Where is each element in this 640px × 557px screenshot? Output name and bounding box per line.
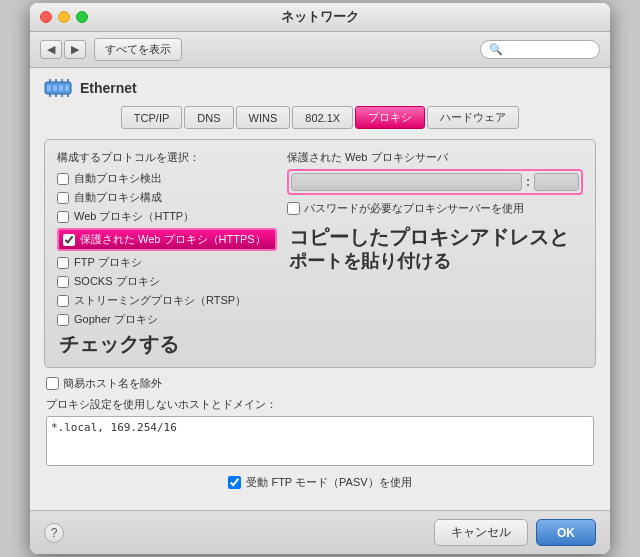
tab-dns[interactable]: DNS (184, 106, 233, 129)
checkbox-web-https-input[interactable] (63, 234, 75, 246)
ftp-label: 受動 FTP モード（PASV）を使用 (246, 475, 411, 490)
password-checkbox-label: パスワードが必要なプロキシサーバーを使用 (304, 201, 524, 216)
checkbox-ftp[interactable]: FTP プロキシ (57, 255, 277, 270)
network-window: ネットワーク ◀ ▶ すべてを表示 🔍 (30, 3, 610, 554)
svg-rect-3 (59, 85, 63, 91)
close-button[interactable] (40, 11, 52, 23)
proxy-address-input[interactable] (291, 173, 522, 191)
ethernet-label: Ethernet (80, 80, 137, 96)
proxy-port-input[interactable] (534, 173, 579, 191)
checkbox-auto-config[interactable]: 自動プロキシ構成 (57, 190, 277, 205)
checkbox-list: 自動プロキシ検出 自動プロキシ構成 Web プロキシ（HTTP） 保護された W… (57, 171, 277, 327)
ok-button[interactable]: OK (536, 519, 596, 546)
annotation-paste-line2: ポートを貼り付ける (289, 250, 583, 273)
password-checkbox-input[interactable] (287, 202, 300, 215)
tab-proxy[interactable]: プロキシ (355, 106, 425, 129)
checkbox-auto-detect-label: 自動プロキシ検出 (74, 171, 162, 186)
checkbox-socks[interactable]: SOCKS プロキシ (57, 274, 277, 289)
ftp-checkbox[interactable] (228, 476, 241, 489)
checkbox-auto-config-input[interactable] (57, 192, 69, 204)
main-panel: 構成するプロトコルを選択： 自動プロキシ検出 自動プロキシ構成 Web プロキシ… (44, 139, 596, 368)
traffic-lights (40, 11, 88, 23)
right-panel: 保護された Web プロキシサーバ : パスワードが必要なプロキシサーバーを使用… (287, 150, 583, 357)
search-box[interactable]: 🔍 (480, 40, 600, 59)
show-all-button[interactable]: すべてを表示 (94, 38, 182, 61)
checkbox-web-https[interactable]: 保護された Web プロキシ（HTTPS） (57, 228, 277, 251)
content-area: Ethernet TCP/IP DNS WINS 802.1X プロキシ ハード… (30, 68, 610, 510)
ftp-row: 受動 FTP モード（PASV）を使用 (46, 469, 594, 496)
password-checkbox[interactable]: パスワードが必要なプロキシサーバーを使用 (287, 201, 583, 216)
colon-separator: : (526, 173, 530, 191)
checkbox-auto-config-label: 自動プロキシ構成 (74, 190, 162, 205)
cancel-button[interactable]: キャンセル (434, 519, 528, 546)
bottom-bar: ? キャンセル OK (30, 510, 610, 554)
protocol-section-title: 構成するプロトコルを選択： (57, 150, 277, 165)
tabs-row: TCP/IP DNS WINS 802.1X プロキシ ハードウェア (44, 106, 596, 129)
checkbox-socks-input[interactable] (57, 276, 69, 288)
checkbox-gopher-label: Gopher プロキシ (74, 312, 158, 327)
checkbox-web-http-label: Web プロキシ（HTTP） (74, 209, 194, 224)
maximize-button[interactable] (76, 11, 88, 23)
checkbox-auto-detect-input[interactable] (57, 173, 69, 185)
checkbox-web-http-input[interactable] (57, 211, 69, 223)
svg-rect-1 (47, 85, 51, 91)
annotation-paste-line1: コピーしたプロキシアドレスと (289, 224, 583, 250)
checkbox-gopher-input[interactable] (57, 314, 69, 326)
ethernet-header: Ethernet (44, 78, 596, 98)
simple-hostname-label: 簡易ホスト名を除外 (63, 376, 162, 391)
simple-hostname-row[interactable]: 簡易ホスト名を除外 (46, 376, 594, 391)
nav-buttons: ◀ ▶ (40, 40, 86, 59)
checkbox-web-http[interactable]: Web プロキシ（HTTP） (57, 209, 277, 224)
annotation-check-text: チェックする (59, 333, 179, 355)
svg-rect-4 (65, 85, 69, 91)
checkbox-ftp-label: FTP プロキシ (74, 255, 142, 270)
checkbox-streaming-label: ストリーミングプロキシ（RTSP） (74, 293, 246, 308)
nav-forward-button[interactable]: ▶ (64, 40, 86, 59)
ethernet-icon (44, 78, 72, 98)
nav-back-button[interactable]: ◀ (40, 40, 62, 59)
left-panel: 構成するプロトコルを選択： 自動プロキシ検出 自動プロキシ構成 Web プロキシ… (57, 150, 277, 357)
tab-tcpip[interactable]: TCP/IP (121, 106, 182, 129)
checkbox-gopher[interactable]: Gopher プロキシ (57, 312, 277, 327)
proxy-server-label: 保護された Web プロキシサーバ (287, 150, 583, 165)
bottom-section: 簡易ホスト名を除外 プロキシ設定を使用しないホストとドメイン： *.local,… (44, 376, 596, 496)
window-title: ネットワーク (281, 8, 359, 26)
titlebar: ネットワーク (30, 3, 610, 32)
tab-hardware[interactable]: ハードウェア (427, 106, 519, 129)
tab-8021x[interactable]: 802.1X (292, 106, 353, 129)
checkbox-ftp-input[interactable] (57, 257, 69, 269)
checkbox-web-https-label: 保護された Web プロキシ（HTTPS） (80, 232, 266, 247)
checkbox-socks-label: SOCKS プロキシ (74, 274, 160, 289)
checkbox-streaming-input[interactable] (57, 295, 69, 307)
annotation-paste: コピーしたプロキシアドレスと ポートを貼り付ける (289, 224, 583, 273)
checkbox-auto-detect[interactable]: 自動プロキシ検出 (57, 171, 277, 186)
tab-wins[interactable]: WINS (236, 106, 291, 129)
bypass-textarea[interactable]: *.local, 169.254/16 (46, 416, 594, 466)
minimize-button[interactable] (58, 11, 70, 23)
action-buttons: キャンセル OK (434, 519, 596, 546)
checkbox-streaming[interactable]: ストリーミングプロキシ（RTSP） (57, 293, 277, 308)
annotation-check: チェックする (59, 331, 277, 357)
bypass-label: プロキシ設定を使用しないホストとドメイン： (46, 397, 594, 412)
toolbar: ◀ ▶ すべてを表示 🔍 (30, 32, 610, 68)
proxy-server-row: : (287, 169, 583, 195)
help-button[interactable]: ? (44, 523, 64, 543)
svg-rect-2 (53, 85, 57, 91)
search-icon: 🔍 (489, 43, 503, 56)
simple-hostname-checkbox[interactable] (46, 377, 59, 390)
